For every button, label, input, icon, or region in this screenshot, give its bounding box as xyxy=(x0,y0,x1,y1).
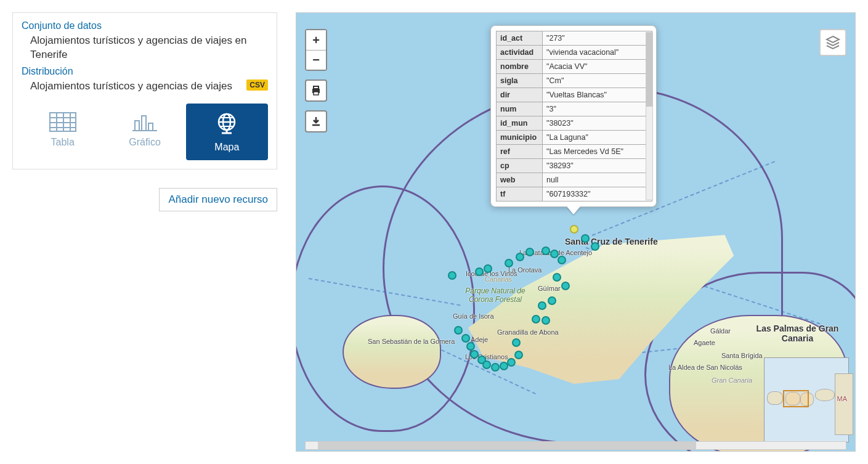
popup-row: webnull xyxy=(497,173,652,187)
popup-value: "La Laguna" xyxy=(543,131,652,145)
map-marker[interactable] xyxy=(484,264,492,273)
print-button[interactable] xyxy=(305,79,327,102)
popup-key: cp xyxy=(497,159,543,173)
format-badge: CSV xyxy=(246,79,268,91)
minimap[interactable]: MA xyxy=(764,357,849,442)
map-marker[interactable] xyxy=(570,225,578,234)
map-marker[interactable] xyxy=(541,316,550,325)
tab-chart-label: Gráfico xyxy=(129,137,161,147)
minimap-viewport[interactable] xyxy=(783,390,809,407)
distribution-title: Alojamientos turísticos y agencias de vi… xyxy=(30,79,268,94)
minimap-coast xyxy=(835,373,853,435)
map-marker[interactable] xyxy=(507,358,516,367)
popup-value: "Acacia VV" xyxy=(543,60,652,74)
map-marker[interactable] xyxy=(538,301,546,310)
svg-rect-10 xyxy=(148,123,153,131)
popup-key: actividad xyxy=(497,46,543,60)
map-marker[interactable] xyxy=(541,246,550,255)
popup-row: tf"607193332" xyxy=(497,187,652,201)
map-marker[interactable] xyxy=(482,360,491,369)
sidebar: Conjunto de datos Alojamientos turístico… xyxy=(12,12,277,452)
map-marker[interactable] xyxy=(591,242,599,251)
popup-value: "Las Mercedes Vd 5E" xyxy=(543,145,652,159)
popup-value: "38293" xyxy=(543,159,652,173)
map-marker[interactable] xyxy=(553,273,561,282)
map-marker[interactable] xyxy=(558,256,566,264)
map-marker[interactable] xyxy=(448,271,456,280)
table-icon xyxy=(49,112,76,132)
zoom-in-button[interactable]: + xyxy=(306,30,326,50)
popup-table: id_act"273"actividad"vivienda vacacional… xyxy=(496,31,652,201)
popup-value: "607193332" xyxy=(543,187,652,201)
popup-value: "Cm" xyxy=(543,74,652,88)
map-marker[interactable] xyxy=(550,250,559,258)
popup-scroll-thumb[interactable] xyxy=(646,33,652,107)
popup-key: nombre xyxy=(497,60,543,74)
popup-key: web xyxy=(497,173,543,187)
layers-icon xyxy=(825,35,841,51)
map-marker[interactable] xyxy=(491,363,500,372)
globe-icon xyxy=(214,112,239,137)
popup-row: dir"Vueltas Blancas" xyxy=(497,88,652,102)
download-icon xyxy=(310,116,322,127)
svg-rect-9 xyxy=(142,116,146,131)
popup-value: "273" xyxy=(543,31,652,46)
map-marker[interactable] xyxy=(461,334,470,343)
popup-row: sigla"Cm" xyxy=(497,74,652,88)
map-marker[interactable] xyxy=(532,315,540,324)
map-horizontal-scrollbar[interactable] xyxy=(305,441,846,450)
popup-key: id_act xyxy=(497,31,543,46)
map-marker[interactable] xyxy=(525,248,534,256)
popup-value: null xyxy=(543,173,652,187)
map-marker[interactable] xyxy=(505,259,513,267)
popup-row: cp"38293" xyxy=(497,159,652,173)
layers-button[interactable] xyxy=(819,29,846,56)
minimap-island xyxy=(815,389,835,401)
svg-rect-19 xyxy=(314,86,318,89)
popup-row: num"3" xyxy=(497,102,652,116)
popup-tip xyxy=(567,206,580,214)
popup-row: nombre"Acacia VV" xyxy=(497,60,652,74)
chart-icon xyxy=(131,112,158,132)
map-marker[interactable] xyxy=(514,351,523,359)
map-scroll-thumb[interactable] xyxy=(318,442,696,449)
popup-key: tf xyxy=(497,187,543,201)
popup-row: ref"Las Mercedes Vd 5E" xyxy=(497,145,652,159)
map-marker[interactable] xyxy=(581,234,590,243)
dataset-card: Conjunto de datos Alojamientos turístico… xyxy=(12,12,277,169)
map-viewport[interactable]: Santa Cruz de Tenerife La Matanza de Ace… xyxy=(296,12,856,452)
map-marker[interactable] xyxy=(475,267,484,276)
popup-key: ref xyxy=(497,145,543,159)
map-marker[interactable] xyxy=(512,338,521,347)
popup-key: dir xyxy=(497,88,543,102)
tab-table[interactable]: Tabla xyxy=(22,104,103,160)
minimap-island xyxy=(767,391,783,405)
tab-chart[interactable]: Gráfico xyxy=(103,104,185,160)
popup-key: municipio xyxy=(497,131,543,145)
map-marker[interactable] xyxy=(548,296,556,305)
distribution-row: CSV Alojamientos turísticos y agencias d… xyxy=(22,79,268,94)
download-button[interactable] xyxy=(305,110,327,132)
print-icon xyxy=(310,85,322,96)
popup-key: num xyxy=(497,102,543,116)
map-marker[interactable] xyxy=(561,282,570,290)
popup-row: id_mun"38023" xyxy=(497,116,652,131)
map-marker[interactable] xyxy=(516,253,524,261)
popup-value: "3" xyxy=(543,102,652,116)
popup-value: "Vueltas Blancas" xyxy=(543,88,652,102)
popup-scrollbar[interactable] xyxy=(646,32,653,200)
popup-key: sigla xyxy=(497,74,543,88)
map-marker[interactable] xyxy=(466,342,475,351)
zoom-control: + − xyxy=(305,29,327,71)
island-la-gomera xyxy=(343,315,441,389)
tab-map[interactable]: Mapa xyxy=(186,104,268,160)
map-marker[interactable] xyxy=(454,326,463,335)
dataset-title: Alojamientos turísticos y agencias de vi… xyxy=(30,34,268,62)
dataset-section-label-text: Conjunto de datos xyxy=(22,20,102,31)
svg-rect-8 xyxy=(135,121,139,131)
add-resource-button[interactable]: Añadir nuevo recurso xyxy=(159,188,277,211)
distribution-section-label-text: Distribución xyxy=(22,66,73,76)
popup-key: id_mun xyxy=(497,116,543,131)
tab-table-label: Tabla xyxy=(51,137,75,147)
zoom-out-button[interactable]: − xyxy=(306,50,326,70)
